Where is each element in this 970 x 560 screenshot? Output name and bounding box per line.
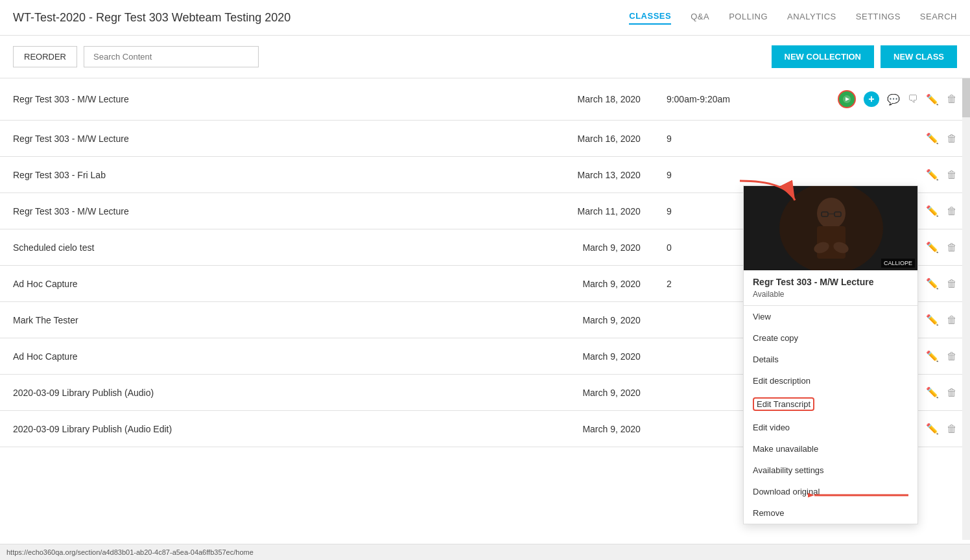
nav-settings[interactable]: SETTINGS xyxy=(856,12,901,24)
class-actions-cell: + 💬 🗨 ✏️ 🗑 xyxy=(774,78,970,121)
class-name[interactable]: Scheduled cielo test xyxy=(0,229,534,266)
reorder-button[interactable]: REORDER xyxy=(13,46,77,67)
toolbar-left: REORDER xyxy=(13,46,259,67)
edit-icon[interactable]: ✏️ xyxy=(926,423,939,435)
edit-icon[interactable]: ✏️ xyxy=(926,169,939,181)
nav-polling[interactable]: POLLING xyxy=(729,12,768,24)
class-name[interactable]: 2020-03-09 Library Publish (Audio) xyxy=(0,375,534,411)
nav-analytics[interactable]: ANALYTICS xyxy=(787,12,836,24)
class-date: March 9, 2020 xyxy=(534,266,654,302)
toolbar: REORDER NEW COLLECTION NEW CLASS xyxy=(0,36,970,78)
table-row: Regr Test 303 - M/W Lecture March 16, 20… xyxy=(0,121,970,157)
popup-menu-item[interactable]: Availability settings xyxy=(744,460,917,481)
header: WT-Test-2020 - Regr Test 303 Webteam Tes… xyxy=(0,0,970,36)
delete-icon[interactable]: 🗑 xyxy=(947,423,957,435)
highlighted-label: Edit Transcript xyxy=(753,397,814,411)
nav-classes[interactable]: CLASSES xyxy=(629,11,671,25)
class-actions-cell: ✏️ 🗑 xyxy=(774,121,970,157)
edit-icon[interactable]: ✏️ xyxy=(926,205,939,217)
edit-icon[interactable]: ✏️ xyxy=(926,386,939,399)
popup-title: Regr Test 303 - M/W Lecture xyxy=(744,270,917,288)
class-name[interactable]: Mark The Tester xyxy=(0,302,534,338)
class-date: March 13, 2020 xyxy=(534,157,654,193)
class-name[interactable]: Regr Test 303 - M/W Lecture xyxy=(0,193,534,229)
popup-status: Available xyxy=(744,288,917,305)
nav-qa[interactable]: Q&A xyxy=(691,12,709,24)
class-date: March 9, 2020 xyxy=(534,338,654,375)
delete-icon[interactable]: 🗑 xyxy=(947,133,957,145)
popup-menu-item[interactable]: Remove xyxy=(744,502,917,524)
add-icon-button[interactable]: + xyxy=(864,91,879,107)
class-date: March 9, 2020 xyxy=(534,375,654,411)
class-name[interactable]: Regr Test 303 - M/W Lecture xyxy=(0,121,534,157)
delete-icon[interactable]: 🗑 xyxy=(947,351,957,362)
nav-search[interactable]: SEARCH xyxy=(920,12,957,24)
toolbar-right: NEW COLLECTION NEW CLASS xyxy=(772,45,957,68)
popup-menu-item[interactable]: Make unavailable xyxy=(744,438,917,460)
delete-icon[interactable]: 🗑 xyxy=(947,242,957,253)
class-name[interactable]: Regr Test 303 - M/W Lecture xyxy=(0,78,534,121)
delete-icon[interactable]: 🗑 xyxy=(947,169,957,181)
dropdown-popup: CALLIOPE Regr Test 303 - M/W Lecture Ava… xyxy=(743,185,918,524)
media-icon-button[interactable] xyxy=(838,90,856,108)
popup-menu: ViewCreate copyDetailsEdit descriptionEd… xyxy=(744,306,917,524)
edit-icon[interactable]: ✏️ xyxy=(926,277,939,290)
popup-menu-item[interactable]: Details xyxy=(744,349,917,370)
popup-menu-item[interactable]: Edit description xyxy=(744,370,917,391)
scroll-thumb[interactable] xyxy=(962,78,970,117)
class-name[interactable]: 2020-03-09 Library Publish (Audio Edit) xyxy=(0,411,534,447)
popup-menu-item[interactable]: Edit video xyxy=(744,417,917,438)
class-date: March 11, 2020 xyxy=(534,193,654,229)
status-bar: https://echo360qa.org/section/a4d83b01-a… xyxy=(0,544,970,560)
table-row: Regr Test 303 - M/W Lecture March 18, 20… xyxy=(0,78,970,121)
search-input[interactable] xyxy=(84,46,259,67)
class-date: March 16, 2020 xyxy=(534,121,654,157)
content-area: Regr Test 303 - M/W Lecture March 18, 20… xyxy=(0,78,970,540)
popup-thumbnail: CALLIOPE xyxy=(744,186,917,270)
class-name[interactable]: Ad Hoc Capture xyxy=(0,266,534,302)
delete-icon[interactable]: 🗑 xyxy=(947,278,957,290)
edit-icon[interactable]: ✏️ xyxy=(926,350,939,362)
edit-icon[interactable]: ✏️ xyxy=(926,241,939,253)
class-name[interactable]: Ad Hoc Capture xyxy=(0,338,534,375)
thumbnail-image: CALLIOPE xyxy=(744,186,917,270)
new-class-button[interactable]: NEW CLASS xyxy=(881,45,957,68)
popup-menu-item[interactable]: View xyxy=(744,306,917,327)
new-collection-button[interactable]: NEW COLLECTION xyxy=(772,45,874,68)
class-date: March 9, 2020 xyxy=(534,411,654,447)
class-date: March 9, 2020 xyxy=(534,229,654,266)
chat-icon[interactable]: 💬 xyxy=(887,93,900,106)
scrollbar[interactable] xyxy=(962,78,970,540)
class-time: 9 xyxy=(654,121,774,157)
class-name[interactable]: Regr Test 303 - Fri Lab xyxy=(0,157,534,193)
delete-icon[interactable]: 🗑 xyxy=(947,314,957,326)
class-date: March 18, 2020 xyxy=(534,78,654,121)
popup-menu-item[interactable]: Edit Transcript xyxy=(744,391,917,417)
delete-icon[interactable]: 🗑 xyxy=(947,205,957,217)
edit-icon[interactable]: ✏️ xyxy=(926,314,939,326)
comment-icon[interactable]: 🗨 xyxy=(908,93,918,105)
delete-icon[interactable]: 🗑 xyxy=(947,93,957,105)
edit-icon[interactable]: ✏️ xyxy=(926,93,939,106)
class-date: March 9, 2020 xyxy=(534,302,654,338)
popup-menu-item[interactable]: Create copy xyxy=(744,327,917,349)
main-nav: CLASSES Q&A POLLING ANALYTICS SETTINGS S… xyxy=(629,11,957,25)
page-title: WT-Test-2020 - Regr Test 303 Webteam Tes… xyxy=(13,11,290,25)
edit-icon[interactable]: ✏️ xyxy=(926,132,939,145)
popup-menu-item[interactable]: Download original xyxy=(744,481,917,502)
class-time: 9:00am-9:20am xyxy=(654,78,774,121)
delete-icon[interactable]: 🗑 xyxy=(947,387,957,399)
status-url: https://echo360qa.org/section/a4d83b01-a… xyxy=(6,548,254,556)
thumbnail-label: CALLIOPE xyxy=(881,259,915,268)
